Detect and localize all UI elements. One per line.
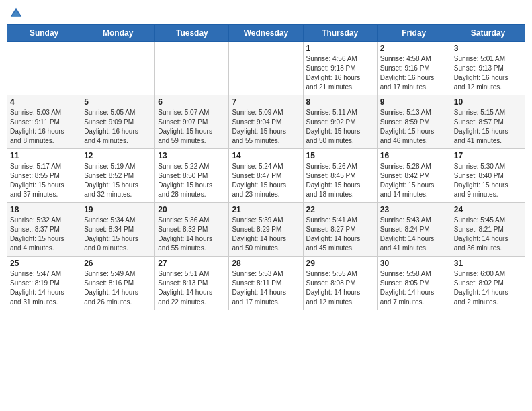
day-info: Sunrise: 6:00 AM Sunset: 8:02 PM Dayligh… [454, 269, 522, 307]
calendar-cell: 11Sunrise: 5:17 AM Sunset: 8:55 PM Dayli… [7, 149, 81, 203]
day-info: Sunrise: 5:43 AM Sunset: 8:24 PM Dayligh… [380, 216, 448, 253]
day-info: Sunrise: 5:28 AM Sunset: 8:42 PM Dayligh… [380, 162, 448, 199]
weekday-header-wednesday: Wednesday [229, 25, 303, 42]
weekday-header-monday: Monday [81, 25, 155, 42]
day-number: 5 [84, 97, 152, 107]
calendar-cell: 14Sunrise: 5:24 AM Sunset: 8:47 PM Dayli… [229, 149, 303, 203]
calendar-cell: 13Sunrise: 5:22 AM Sunset: 8:50 PM Dayli… [155, 149, 229, 203]
weekday-header-saturday: Saturday [451, 25, 525, 42]
calendar-cell: 15Sunrise: 5:26 AM Sunset: 8:45 PM Dayli… [303, 149, 377, 203]
calendar-cell: 29Sunrise: 5:55 AM Sunset: 8:08 PM Dayli… [303, 257, 377, 310]
day-info: Sunrise: 5:34 AM Sunset: 8:34 PM Dayligh… [84, 216, 152, 253]
day-number: 14 [232, 151, 300, 161]
calendar-cell: 25Sunrise: 5:47 AM Sunset: 8:19 PM Dayli… [7, 257, 81, 310]
calendar-cell [7, 42, 81, 95]
day-info: Sunrise: 5:24 AM Sunset: 8:47 PM Dayligh… [232, 162, 300, 199]
weekday-header-thursday: Thursday [303, 25, 377, 42]
day-number: 13 [158, 151, 226, 161]
day-number: 27 [158, 259, 226, 268]
calendar-cell: 31Sunrise: 6:00 AM Sunset: 8:02 PM Dayli… [451, 257, 525, 310]
day-info: Sunrise: 5:05 AM Sunset: 9:09 PM Dayligh… [84, 108, 152, 146]
day-info: Sunrise: 5:03 AM Sunset: 9:11 PM Dayligh… [10, 108, 78, 146]
day-number: 10 [454, 97, 522, 107]
calendar-cell: 12Sunrise: 5:19 AM Sunset: 8:52 PM Dayli… [81, 149, 155, 203]
logo [9, 7, 26, 19]
day-number: 21 [232, 205, 300, 214]
day-number: 24 [454, 205, 522, 214]
day-number: 28 [232, 259, 300, 268]
day-number: 2 [380, 44, 448, 53]
weekday-header-tuesday: Tuesday [155, 25, 229, 42]
calendar-cell [155, 42, 229, 95]
day-info: Sunrise: 5:13 AM Sunset: 8:59 PM Dayligh… [380, 108, 448, 146]
calendar-cell [229, 42, 303, 95]
day-info: Sunrise: 5:49 AM Sunset: 8:16 PM Dayligh… [84, 269, 152, 307]
day-number: 26 [84, 259, 152, 268]
calendar-cell: 20Sunrise: 5:36 AM Sunset: 8:32 PM Dayli… [155, 203, 229, 257]
day-number: 6 [158, 97, 226, 107]
day-info: Sunrise: 4:56 AM Sunset: 9:18 PM Dayligh… [306, 54, 374, 92]
day-number: 8 [306, 97, 374, 107]
day-info: Sunrise: 5:47 AM Sunset: 8:19 PM Dayligh… [10, 269, 78, 307]
calendar-cell: 16Sunrise: 5:28 AM Sunset: 8:42 PM Dayli… [377, 149, 451, 203]
day-info: Sunrise: 5:51 AM Sunset: 8:13 PM Dayligh… [158, 269, 226, 307]
day-number: 16 [380, 151, 448, 161]
day-number: 9 [380, 97, 448, 107]
day-number: 4 [10, 97, 78, 107]
calendar-cell: 24Sunrise: 5:45 AM Sunset: 8:21 PM Dayli… [451, 203, 525, 257]
day-info: Sunrise: 5:30 AM Sunset: 8:40 PM Dayligh… [454, 162, 522, 199]
calendar-table: SundayMondayTuesdayWednesdayThursdayFrid… [7, 24, 525, 310]
day-info: Sunrise: 5:53 AM Sunset: 8:11 PM Dayligh… [232, 269, 300, 307]
day-info: Sunrise: 5:55 AM Sunset: 8:08 PM Dayligh… [306, 269, 374, 307]
day-info: Sunrise: 5:32 AM Sunset: 8:37 PM Dayligh… [10, 216, 78, 253]
calendar-cell: 4Sunrise: 5:03 AM Sunset: 9:11 PM Daylig… [7, 95, 81, 149]
day-info: Sunrise: 5:17 AM Sunset: 8:55 PM Dayligh… [10, 162, 78, 199]
calendar-cell: 18Sunrise: 5:32 AM Sunset: 8:37 PM Dayli… [7, 203, 81, 257]
day-number: 23 [380, 205, 448, 214]
calendar-cell: 19Sunrise: 5:34 AM Sunset: 8:34 PM Dayli… [81, 203, 155, 257]
day-info: Sunrise: 5:36 AM Sunset: 8:32 PM Dayligh… [158, 216, 226, 253]
weekday-header-sunday: Sunday [7, 25, 81, 42]
day-info: Sunrise: 5:39 AM Sunset: 8:29 PM Dayligh… [232, 216, 300, 253]
weekday-header-row: SundayMondayTuesdayWednesdayThursdayFrid… [7, 25, 525, 42]
calendar-cell: 21Sunrise: 5:39 AM Sunset: 8:29 PM Dayli… [229, 203, 303, 257]
calendar-week-5: 25Sunrise: 5:47 AM Sunset: 8:19 PM Dayli… [7, 257, 525, 310]
calendar-cell: 17Sunrise: 5:30 AM Sunset: 8:40 PM Dayli… [451, 149, 525, 203]
day-info: Sunrise: 5:19 AM Sunset: 8:52 PM Dayligh… [84, 162, 152, 199]
calendar-cell: 6Sunrise: 5:07 AM Sunset: 9:07 PM Daylig… [155, 95, 229, 149]
day-number: 25 [10, 259, 78, 268]
day-number: 15 [306, 151, 374, 161]
day-info: Sunrise: 5:09 AM Sunset: 9:04 PM Dayligh… [232, 108, 300, 146]
day-number: 1 [306, 44, 374, 53]
day-number: 17 [454, 151, 522, 161]
day-number: 22 [306, 205, 374, 214]
day-number: 31 [454, 259, 522, 268]
calendar-cell: 8Sunrise: 5:11 AM Sunset: 9:02 PM Daylig… [303, 95, 377, 149]
day-number: 19 [84, 205, 152, 214]
calendar-cell: 27Sunrise: 5:51 AM Sunset: 8:13 PM Dayli… [155, 257, 229, 310]
day-info: Sunrise: 4:58 AM Sunset: 9:16 PM Dayligh… [380, 54, 448, 92]
day-info: Sunrise: 5:26 AM Sunset: 8:45 PM Dayligh… [306, 162, 374, 199]
calendar-cell: 1Sunrise: 4:56 AM Sunset: 9:18 PM Daylig… [303, 42, 377, 95]
calendar-cell: 30Sunrise: 5:58 AM Sunset: 8:05 PM Dayli… [377, 257, 451, 310]
day-number: 12 [84, 151, 152, 161]
logo-icon [9, 7, 23, 19]
calendar-cell: 5Sunrise: 5:05 AM Sunset: 9:09 PM Daylig… [81, 95, 155, 149]
calendar-cell [81, 42, 155, 95]
day-number: 7 [232, 97, 300, 107]
day-info: Sunrise: 5:07 AM Sunset: 9:07 PM Dayligh… [158, 108, 226, 146]
day-info: Sunrise: 5:22 AM Sunset: 8:50 PM Dayligh… [158, 162, 226, 199]
calendar-cell: 23Sunrise: 5:43 AM Sunset: 8:24 PM Dayli… [377, 203, 451, 257]
calendar-cell: 3Sunrise: 5:01 AM Sunset: 9:13 PM Daylig… [451, 42, 525, 95]
day-info: Sunrise: 5:11 AM Sunset: 9:02 PM Dayligh… [306, 108, 374, 146]
calendar-week-1: 1Sunrise: 4:56 AM Sunset: 9:18 PM Daylig… [7, 42, 525, 95]
day-number: 29 [306, 259, 374, 268]
calendar-cell: 9Sunrise: 5:13 AM Sunset: 8:59 PM Daylig… [377, 95, 451, 149]
day-number: 30 [380, 259, 448, 268]
weekday-header-friday: Friday [377, 25, 451, 42]
calendar-cell: 28Sunrise: 5:53 AM Sunset: 8:11 PM Dayli… [229, 257, 303, 310]
day-number: 20 [158, 205, 226, 214]
day-number: 18 [10, 205, 78, 214]
calendar-week-2: 4Sunrise: 5:03 AM Sunset: 9:11 PM Daylig… [7, 95, 525, 149]
day-info: Sunrise: 5:01 AM Sunset: 9:13 PM Dayligh… [454, 54, 522, 92]
